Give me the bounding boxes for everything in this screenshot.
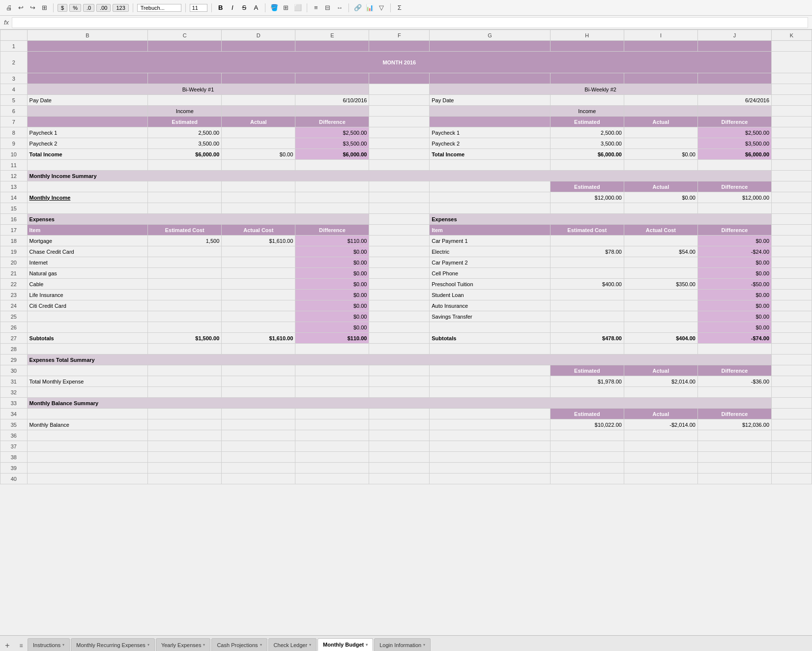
cell-f4[interactable] (369, 84, 430, 95)
cell-f13[interactable] (369, 181, 430, 192)
cell-e15[interactable] (295, 203, 369, 214)
tab-monthly-recurring[interactable]: Monthly Recurring Expenses ▾ (71, 638, 155, 651)
cell-k3[interactable] (772, 73, 812, 84)
cell-f24[interactable] (369, 300, 430, 311)
cell-e22[interactable]: $0.00 (295, 279, 369, 290)
cell-g30[interactable] (430, 365, 551, 376)
cell-g18[interactable]: Car Payment 1 (430, 236, 551, 246)
cell-c22[interactable] (148, 279, 222, 290)
cell-d13[interactable] (222, 181, 295, 192)
sum-icon[interactable]: Σ (395, 3, 405, 13)
cell-h8[interactable]: 2,500.00 (550, 127, 624, 138)
cell-e5[interactable]: 6/10/2016 (295, 95, 369, 106)
cell-h15[interactable] (550, 203, 624, 214)
cell-e26[interactable]: $0.00 (295, 322, 369, 333)
cell-k24[interactable] (772, 300, 812, 311)
cell-j30[interactable]: Difference (697, 365, 771, 376)
cell-j20[interactable]: $0.00 (697, 257, 771, 268)
cell-f23[interactable] (369, 290, 430, 300)
cell-k32[interactable] (772, 387, 812, 398)
cell-i8[interactable] (624, 127, 697, 138)
cell-g31[interactable] (430, 376, 551, 387)
cell-g5[interactable]: Pay Date (430, 95, 551, 106)
cell-d22[interactable] (222, 279, 295, 290)
cell-i1[interactable] (624, 41, 697, 52)
cell-e1[interactable] (295, 41, 369, 52)
format-icon[interactable]: ⊞ (39, 3, 49, 13)
cell-d8[interactable] (222, 127, 295, 138)
cell-f19[interactable] (369, 246, 430, 257)
cell-i31[interactable]: $2,014.00 (624, 376, 697, 387)
cell-i35[interactable]: -$2,014.00 (624, 419, 697, 430)
font-size-input[interactable] (190, 4, 207, 12)
cell-j18[interactable]: $0.00 (697, 236, 771, 246)
cell-c23[interactable] (148, 290, 222, 300)
cell-j17[interactable]: Difference (697, 225, 771, 236)
cell-c32[interactable] (148, 387, 222, 398)
cell-j13[interactable]: Difference (697, 181, 771, 192)
col-header-e[interactable]: E (295, 30, 369, 41)
formula-input[interactable] (12, 17, 808, 28)
cell-e23[interactable]: $0.00 (295, 290, 369, 300)
cell-h30[interactable]: Estimated (550, 365, 624, 376)
cell-f27[interactable] (369, 333, 430, 344)
cell-i32[interactable] (624, 387, 697, 398)
cell-c18[interactable]: 1,500 (148, 236, 222, 246)
col-header-c[interactable]: C (148, 30, 222, 41)
cell-h10[interactable]: $6,000.00 (550, 149, 624, 160)
cell-d31[interactable] (222, 376, 295, 387)
cell-j22[interactable]: -$50.00 (697, 279, 771, 290)
cell-k12[interactable] (772, 171, 812, 181)
cell-i40[interactable] (624, 473, 697, 484)
tab-cash-projections[interactable]: Cash Projections ▾ (211, 638, 267, 651)
number-btn[interactable]: 123 (113, 4, 128, 12)
cell-e31[interactable] (295, 376, 369, 387)
cell-d11[interactable] (222, 160, 295, 171)
cell-c28[interactable] (148, 344, 222, 355)
cell-e19[interactable]: $0.00 (295, 246, 369, 257)
cell-b31[interactable]: Total Monthly Expense (27, 376, 148, 387)
cell-e13[interactable] (295, 181, 369, 192)
cell-j39[interactable] (697, 463, 771, 473)
cell-c1[interactable] (148, 41, 222, 52)
cell-k28[interactable] (772, 344, 812, 355)
tab-instructions[interactable]: Instructions ▾ (28, 638, 70, 651)
cell-j34[interactable]: Difference (697, 409, 771, 419)
cell-k1[interactable] (772, 41, 812, 52)
cell-k30[interactable] (772, 365, 812, 376)
cell-b27[interactable]: Subtotals (27, 333, 148, 344)
percent-btn[interactable]: % (69, 4, 81, 12)
cell-k40[interactable] (772, 473, 812, 484)
cell-h32[interactable] (550, 387, 624, 398)
col-header-f[interactable]: F (369, 30, 430, 41)
cell-e40[interactable] (295, 473, 369, 484)
cell-h38[interactable] (550, 452, 624, 463)
cell-f17[interactable] (369, 225, 430, 236)
cell-k2[interactable] (772, 52, 812, 73)
cell-e36[interactable] (295, 430, 369, 441)
cell-e37[interactable] (295, 441, 369, 452)
cell-k36[interactable] (772, 430, 812, 441)
col-header-h[interactable]: H (550, 30, 624, 41)
cell-e21[interactable]: $0.00 (295, 268, 369, 279)
cell-b40[interactable] (27, 473, 148, 484)
cell-d26[interactable] (222, 322, 295, 333)
cell-j31[interactable]: -$36.00 (697, 376, 771, 387)
cell-k18[interactable] (772, 236, 812, 246)
cell-b17[interactable]: Item (27, 225, 148, 236)
cell-f6[interactable] (369, 106, 430, 117)
cell-c31[interactable] (148, 376, 222, 387)
cell-c7[interactable]: Estimated (148, 117, 222, 127)
cell-g19[interactable]: Electric (430, 246, 551, 257)
cell-i27[interactable]: $404.00 (624, 333, 697, 344)
cell-d40[interactable] (222, 473, 295, 484)
cell-j14[interactable]: $12,000.00 (697, 192, 771, 203)
cell-h1[interactable] (550, 41, 624, 52)
cell-d10[interactable]: $0.00 (222, 149, 295, 160)
cell-d35[interactable] (222, 419, 295, 430)
chart-icon[interactable]: 📊 (365, 3, 375, 13)
cell-b24[interactable]: Citi Credit Card (27, 300, 148, 311)
cell-d6[interactable] (222, 106, 295, 117)
cell-b34[interactable] (27, 409, 148, 419)
cell-j7[interactable]: Difference (697, 117, 771, 127)
